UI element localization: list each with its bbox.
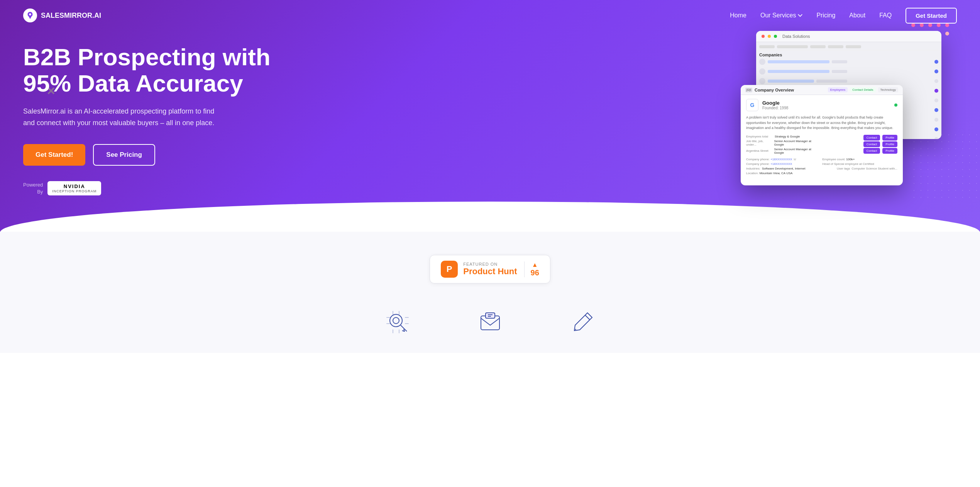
ph-badge: P FEATURED ON Product Hunt ▲ 96	[430, 255, 550, 283]
svg-point-1	[390, 314, 402, 327]
nvidia-badge: NVIDIA INCEPTION PROGRAM	[47, 181, 101, 195]
nav-about[interactable]: About	[849, 12, 865, 19]
company-meta: Founded: 1998	[762, 106, 788, 110]
product-hunt-section: P FEATURED ON Product Hunt ▲ 96	[23, 255, 957, 283]
cursor-click-icon	[382, 307, 413, 338]
nav-services[interactable]: Our Services	[760, 12, 802, 19]
ph-text: FEATURED ON Product Hunt	[463, 262, 517, 277]
get-started-button[interactable]: Get Started!	[23, 144, 85, 166]
hero-screenshot: Data Solutions Companies	[741, 31, 957, 139]
email-icon	[475, 307, 506, 338]
feature-email	[475, 307, 506, 338]
ph-votes: ▲ 96	[524, 261, 539, 277]
nav-links: Home Our Services Pricing About FAQ Get …	[730, 8, 957, 24]
nvidia-sub: INCEPTION PROGRAM	[52, 189, 96, 193]
lower-section: P FEATURED ON Product Hunt ▲ 96	[0, 232, 980, 353]
grid-decoration	[911, 131, 980, 201]
logo-text: SALESMIRROR.AI	[41, 12, 101, 20]
ph-name: Product Hunt	[463, 266, 517, 277]
powered-by-text: PoweredBy	[23, 182, 43, 195]
company-desc: A problem isn't truly solved until it's …	[746, 115, 897, 131]
action-btn-1[interactable]: Contact	[863, 135, 880, 141]
pencil-icon	[567, 307, 598, 338]
ss-title: Data Solutions	[782, 34, 810, 39]
logo-icon	[23, 8, 37, 22]
features-row	[23, 307, 957, 338]
ph-featured: FEATURED ON	[463, 262, 517, 266]
hero-buttons: Get Started! See Pricing	[23, 144, 271, 166]
hero-content: B2B Prospecting with 95% Data Accuracy S…	[23, 44, 271, 196]
ph-count: 96	[531, 268, 539, 277]
action-btn-4[interactable]: Profile	[882, 141, 897, 147]
action-btn-3[interactable]: Contact	[863, 141, 880, 147]
get-started-nav-button[interactable]: Get Started	[906, 8, 957, 24]
ph-logo: P	[441, 261, 458, 278]
nav-home[interactable]: Home	[730, 12, 746, 19]
co-title: Company Overview	[755, 88, 794, 92]
nav-pricing[interactable]: Pricing	[816, 12, 835, 19]
svg-line-3	[401, 325, 407, 331]
navbar: SALESMIRROR.AI Home Our Services Pricing…	[0, 0, 980, 31]
logo-link[interactable]: SALESMIRROR.AI	[23, 8, 101, 22]
company-logo: G	[746, 99, 758, 111]
action-btn-6[interactable]: Profile	[882, 148, 897, 154]
action-btn-5[interactable]: Contact	[863, 148, 880, 154]
nav-faq[interactable]: FAQ	[879, 12, 892, 19]
feature-targeting	[382, 307, 413, 338]
svg-point-0	[29, 14, 31, 16]
screenshot-front: β2β Company Overview Employees Contact D…	[741, 85, 903, 185]
action-btn-2[interactable]: Profile	[882, 135, 897, 141]
active-dot	[894, 104, 897, 107]
nvidia-text: NVIDIA	[64, 183, 85, 189]
powered-by: PoweredBy NVIDIA INCEPTION PROGRAM	[23, 181, 271, 195]
hero-title: B2B Prospecting with 95% Data Accuracy	[23, 44, 271, 97]
hero-description: SalesMirror.ai is an AI-accelerated pros…	[23, 106, 224, 129]
svg-point-2	[393, 317, 399, 324]
ph-arrow: ▲	[532, 261, 538, 268]
see-pricing-button[interactable]: See Pricing	[93, 144, 155, 166]
hero-section: ✕ B2B Prospecting with 95% Data Accuracy…	[0, 0, 980, 232]
svg-rect-5	[486, 313, 495, 318]
feature-edit	[567, 307, 598, 338]
company-name: Google	[762, 100, 788, 106]
